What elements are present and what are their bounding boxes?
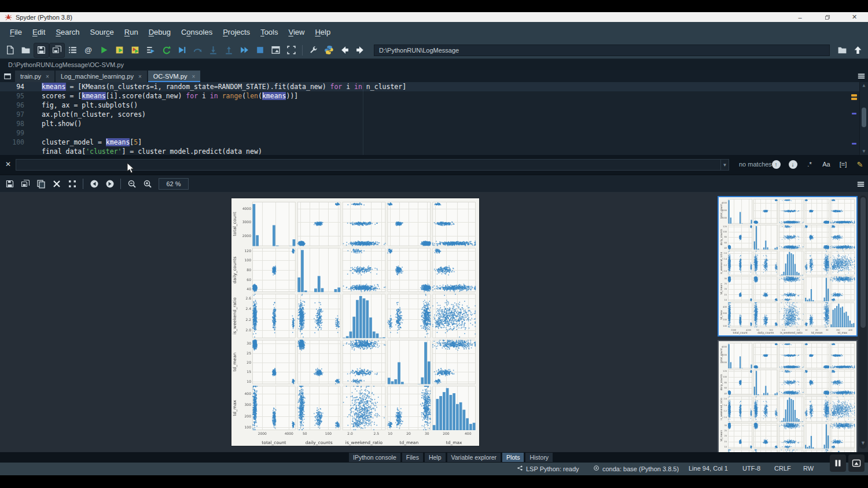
plots-options-menu-icon[interactable] (856, 180, 865, 190)
menu-view[interactable]: View (283, 26, 310, 38)
editor-tab-oc-svm-py[interactable]: OC-SVM.py× (148, 71, 201, 82)
browse-directory-button[interactable] (834, 43, 850, 58)
restore-button[interactable] (814, 12, 841, 22)
run-file-button[interactable] (96, 43, 112, 58)
step-out-button[interactable] (221, 43, 237, 58)
editor-scrollbar[interactable]: ▲ ▼ (859, 82, 868, 155)
menu-source[interactable]: Source (85, 26, 119, 38)
maximize-pane-button[interactable] (268, 43, 284, 58)
menu-tools[interactable]: Tools (255, 26, 283, 38)
menu-file[interactable]: File (5, 26, 27, 38)
pane-tab-plots[interactable]: Plots (502, 453, 524, 462)
menu-run[interactable]: Run (119, 26, 144, 38)
editor-options-menu-icon[interactable] (857, 72, 866, 82)
code-line: 100cluster_model = kmeans[5] (0, 138, 868, 147)
save-all-plots-button[interactable] (17, 176, 33, 191)
line-number: 98 (0, 119, 32, 128)
pane-tab-ipython-console[interactable]: IPython console (349, 453, 400, 462)
code-editor[interactable]: 94kmeans = [KMeans(n_clusters=i, random_… (0, 82, 868, 155)
editor-scrollbar-thumb[interactable] (862, 108, 866, 127)
code-text: fig, ax = plt.subplots() (32, 101, 138, 110)
menu-edit[interactable]: Edit (27, 26, 50, 38)
code-text: scores = [kmeans[i].score(data_new) for … (32, 91, 298, 101)
browse-tabs-icon[interactable] (0, 71, 15, 82)
plot-zoom-level: 62 % (159, 178, 189, 190)
save-button[interactable] (34, 43, 49, 58)
forward-button[interactable] (352, 43, 368, 58)
code-line: 98plt.show() (0, 119, 868, 128)
lsp-icon (517, 465, 523, 472)
case-sensitive-toggle-icon[interactable]: Aa (822, 158, 831, 170)
plots-pane: ▼ (0, 192, 868, 452)
pairplot-thumbnail-2[interactable] (718, 340, 858, 452)
pane-tab-bar: IPython consoleFilesHelpVariable explore… (0, 452, 868, 463)
code-line: final_data['cluster'] = cluster_model.pr… (0, 147, 868, 155)
run-cell-button[interactable] (112, 43, 127, 58)
parent-directory-button[interactable] (850, 43, 866, 58)
pane-tab-files[interactable]: Files (402, 453, 423, 462)
python-path-manager-button[interactable] (321, 43, 337, 58)
run-cell-advance-button[interactable] (127, 43, 143, 58)
menu-consoles[interactable]: Consoles (176, 26, 218, 38)
menu-search[interactable]: Search (50, 26, 84, 38)
editor-tab-log-machine-learning-py[interactable]: Log_machine_learning.py× (56, 71, 147, 82)
debug-file-button[interactable] (174, 43, 190, 58)
mouse-cursor-1 (127, 162, 135, 174)
file-switcher-button[interactable] (65, 43, 80, 58)
menu-debug[interactable]: Debug (144, 26, 176, 38)
highlight-matches-icon[interactable]: ✎ (855, 158, 865, 170)
editor-tab-bar: train.py×Log_machine_learning.py×OC-SVM.… (0, 70, 868, 82)
save-all-button[interactable] (49, 43, 65, 58)
new-file-button[interactable] (2, 43, 18, 58)
continue-button[interactable] (237, 43, 252, 58)
search-history-dropdown-icon[interactable]: ▼ (720, 160, 729, 170)
lsp-status: LSP Python: ready (526, 465, 579, 472)
fit-plot-button[interactable] (64, 176, 80, 191)
step-over-button[interactable] (190, 43, 205, 58)
open-file-button[interactable] (18, 43, 34, 58)
close-tab-icon[interactable]: × (46, 73, 49, 80)
pane-tab-variable-explorer[interactable]: Variable explorer (447, 453, 501, 462)
editor-tab-train-py[interactable]: train.py× (15, 71, 54, 82)
rerun-cell-button[interactable] (159, 43, 174, 58)
menu-projects[interactable]: Projects (218, 26, 255, 38)
symbol-finder-button[interactable]: @ (80, 43, 96, 58)
previous-plot-button[interactable] (86, 176, 102, 191)
search-input[interactable] (16, 161, 720, 169)
close-find-icon[interactable]: ✕ (3, 160, 13, 168)
pane-tab-help[interactable]: Help (425, 453, 446, 462)
regex-toggle-icon[interactable]: .* (805, 158, 814, 170)
pause-button[interactable] (830, 454, 846, 472)
stop-button[interactable] (252, 43, 268, 58)
code-line: 95scores = [kmeans[i].score(data_new) fo… (0, 91, 868, 101)
search-status: no matches (739, 161, 772, 168)
zoom-in-button[interactable] (139, 176, 155, 191)
back-button[interactable] (337, 43, 352, 58)
fullscreen-button[interactable] (284, 43, 299, 58)
close-button[interactable]: ✕ (841, 12, 868, 22)
minimize-button[interactable]: – (786, 12, 814, 22)
thumbnails-scrollbar[interactable]: ▼ (859, 195, 867, 449)
file-path-bar: D:\PythonRUN\LogMessage\OC-SVM.py (0, 59, 868, 70)
screenshot-button[interactable] (848, 454, 865, 472)
save-plot-button[interactable] (2, 176, 17, 191)
zoom-out-button[interactable] (124, 176, 139, 191)
close-tab-icon[interactable]: × (192, 73, 195, 80)
pane-tab-history[interactable]: History (525, 453, 553, 462)
pairplot-thumbnail-1[interactable] (718, 196, 858, 337)
next-plot-button[interactable] (102, 176, 117, 191)
working-directory-input[interactable] (374, 45, 830, 56)
close-tab-icon[interactable]: × (138, 73, 142, 80)
run-selection-button[interactable] (143, 43, 159, 58)
thumbnails-scrollbar-thumb[interactable] (860, 197, 866, 328)
line-number: 94 (0, 82, 32, 91)
tab-label: train.py (20, 73, 41, 80)
find-previous-button[interactable]: ↑ (771, 158, 781, 170)
step-into-button[interactable] (205, 43, 221, 58)
copy-plot-button[interactable] (33, 176, 49, 191)
menu-help[interactable]: Help (310, 26, 336, 38)
remove-plot-button[interactable] (49, 176, 64, 191)
find-next-button[interactable]: ↓ (788, 158, 797, 170)
preferences-button[interactable] (306, 43, 321, 58)
whole-words-toggle-icon[interactable]: [=] (838, 158, 848, 170)
